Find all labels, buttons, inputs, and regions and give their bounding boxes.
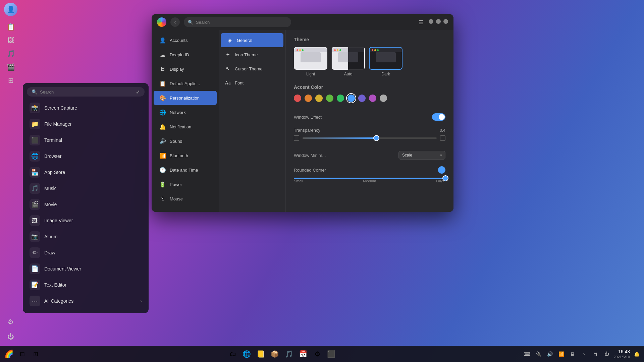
sidebar-item-mouse[interactable]: 🖱 Mouse	[154, 192, 217, 206]
sidebar-item-bluetooth[interactable]: 📶 Bluetooth	[154, 148, 217, 163]
taskbar-files-icon[interactable]: 🗂	[227, 348, 239, 360]
window-minimize-select[interactable]: Scale Magic Lamp	[398, 151, 445, 160]
sidebar-item-notification[interactable]: 🔔 Notification	[154, 120, 217, 134]
launcher-item-icon: 🎬	[30, 199, 40, 210]
tray-usb-icon[interactable]: 🔌	[534, 349, 543, 359]
accent-color-dot[interactable]	[315, 95, 323, 102]
window-controls: ☰	[419, 19, 448, 25]
rounded-corner-slider[interactable]	[294, 178, 445, 179]
time-display[interactable]: 16:48 2021/6/10	[613, 349, 630, 359]
launcher-item[interactable]: 🎬 Movie	[23, 196, 149, 213]
sidebar-item-network[interactable]: 🌐 Network	[154, 105, 217, 119]
dock-power-icon[interactable]: ⏻	[4, 330, 17, 343]
close-button[interactable]	[443, 19, 448, 24]
sidebar-item-deepinid[interactable]: ☁ Deepin ID	[154, 48, 217, 62]
window-search-bar[interactable]: 🔍 Search	[184, 17, 291, 27]
back-button[interactable]: ‹	[170, 17, 180, 27]
launcher-item[interactable]: 🎵 Music	[23, 180, 149, 196]
launcher-item[interactable]: 📄 Document Viewer	[23, 261, 149, 277]
theme-light-card[interactable]: Light	[294, 47, 327, 76]
sidebar-item-accounts[interactable]: 👤 Accounts	[154, 33, 217, 47]
theme-auto-card[interactable]: Auto	[331, 47, 365, 76]
taskbar-multitask-icon[interactable]: ⊟	[16, 348, 28, 360]
accent-color-dot[interactable]	[358, 95, 366, 102]
tray-trash-icon[interactable]: 🗑	[591, 349, 600, 359]
sidebar-item-power[interactable]: 🔋 Power	[154, 177, 217, 191]
launcher-search-bar[interactable]: 🔍 ⤢	[27, 87, 145, 97]
taskbar-calendar-icon[interactable]: 📅	[297, 348, 309, 360]
slider-thumb[interactable]	[373, 135, 379, 141]
launcher-item[interactable]: ✏ Draw	[23, 245, 149, 261]
sidebar-items: 👤 Accounts ☁ Deepin ID 🖥 Display 📋 Defau…	[152, 33, 219, 206]
transparency-slider[interactable]	[303, 137, 437, 139]
theme-auto-content	[332, 52, 364, 62]
accent-color-dot[interactable]	[337, 95, 344, 102]
dock-settings-icon[interactable]: ⚙	[4, 315, 17, 328]
accent-color-dot[interactable]	[305, 95, 312, 102]
sub-sidebar-item-icontheme[interactable]: ✦ Icon Theme	[219, 48, 285, 62]
user-avatar[interactable]: 👤	[4, 3, 17, 16]
taskbar-settings-icon[interactable]: ⚙	[311, 348, 323, 360]
sidebar-item-sound[interactable]: 🔊 Sound	[154, 134, 217, 148]
taskbar-splitscreen-icon[interactable]: ⊞	[30, 348, 42, 360]
dock-images-icon[interactable]: 🖼	[4, 34, 17, 47]
taskbar-archive-icon[interactable]: 📦	[269, 348, 281, 360]
launcher-item[interactable]: 📁 File Manager	[23, 116, 149, 132]
rc-thumb[interactable]	[442, 175, 448, 181]
accent-color-dot[interactable]	[380, 95, 387, 102]
sidebar-item-defaultapplic[interactable]: 📋 Default Applic...	[154, 76, 217, 90]
sub-sidebar-item-font[interactable]: Aa Font	[219, 76, 285, 90]
tray-keyboard-icon[interactable]: ⌨	[522, 349, 532, 359]
app-launcher: 🔍 ⤢ 📸 Screen Capture 📁 File Manager ⬛ Te…	[23, 83, 149, 313]
sub-sidebar-label: Cursor Theme	[235, 66, 263, 71]
sub-sidebar-item-general[interactable]: ◈ General	[221, 33, 283, 47]
tray-notification-icon[interactable]: 🔔	[632, 349, 641, 359]
sidebar-label: Accounts	[170, 38, 187, 43]
window-effect-toggle[interactable]	[432, 113, 445, 121]
all-categories-item[interactable]: ⋯ All Categories ›	[23, 293, 149, 309]
tray-network-icon[interactable]: 📶	[556, 349, 566, 359]
minimize-button[interactable]	[429, 19, 433, 24]
sub-sidebar-item-cursortheme[interactable]: ↖ Cursor Theme	[219, 62, 285, 76]
dock-grid-icon[interactable]: ⊞	[4, 74, 17, 87]
tray-power-icon[interactable]: ⏻	[602, 349, 611, 359]
theme-dark-card[interactable]: Dark	[369, 47, 402, 76]
tray-volume-icon[interactable]: 🔊	[545, 349, 554, 359]
dock-music-icon[interactable]: 🎵	[4, 47, 17, 60]
dock-files-icon[interactable]: 📋	[4, 20, 17, 34]
taskbar-notes-icon[interactable]: 📒	[255, 348, 267, 360]
toggle-knob	[439, 114, 445, 120]
accent-color-dot[interactable]	[294, 95, 301, 102]
accent-color-dot[interactable]	[326, 95, 333, 102]
taskbar-left: 🌈 ⊟ ⊞	[3, 348, 42, 360]
accent-color-dot[interactable]	[369, 95, 376, 102]
sidebar-item-dateandtime[interactable]: 🕐 Date and Time	[154, 163, 217, 177]
launcher-item[interactable]: 🏪 App Store	[23, 164, 149, 180]
sub-sidebar-icon: ◈	[226, 37, 233, 44]
dock-videos-icon[interactable]: 🎬	[4, 60, 17, 74]
rc-label-medium: Medium	[363, 179, 376, 183]
launcher-item[interactable]: 📸 Screen Capture	[23, 100, 149, 116]
tray-more-icon[interactable]: ›	[579, 349, 589, 359]
taskbar-browser-icon[interactable]: 🌐	[241, 348, 253, 360]
accent-color-dot[interactable]	[347, 95, 355, 102]
taskbar-music-icon[interactable]: 🎵	[283, 348, 295, 360]
launcher-item[interactable]: 🖼 Image Viewer	[23, 213, 149, 229]
window-minimize-dropdown-wrapper: Scale Magic Lamp ▼	[398, 151, 445, 160]
sidebar-icon: ☁	[159, 51, 166, 58]
tray-display-icon[interactable]: 🖥	[568, 349, 577, 359]
taskbar-terminal-icon[interactable]: ⬛	[325, 348, 337, 360]
launcher-item-icon: 🎵	[30, 183, 40, 194]
sidebar-label: Notification	[170, 124, 191, 129]
sidebar-item-display[interactable]: 🖥 Display	[154, 62, 217, 76]
expand-icon[interactable]: ⤢	[136, 89, 140, 95]
maximize-button[interactable]	[436, 19, 441, 24]
launcher-item[interactable]: ⬛ Terminal	[23, 132, 149, 148]
search-input[interactable]	[40, 89, 133, 95]
launcher-item[interactable]: 📝 Text Editor	[23, 277, 149, 293]
taskbar-launcher-icon[interactable]: 🌈	[3, 348, 15, 360]
launcher-item[interactable]: 📷 Album	[23, 229, 149, 245]
sidebar-item-personalization[interactable]: 🎨 Personalization	[154, 91, 217, 105]
window-menu-icon[interactable]: ☰	[419, 19, 423, 25]
launcher-item[interactable]: 🌐 Browser	[23, 148, 149, 164]
